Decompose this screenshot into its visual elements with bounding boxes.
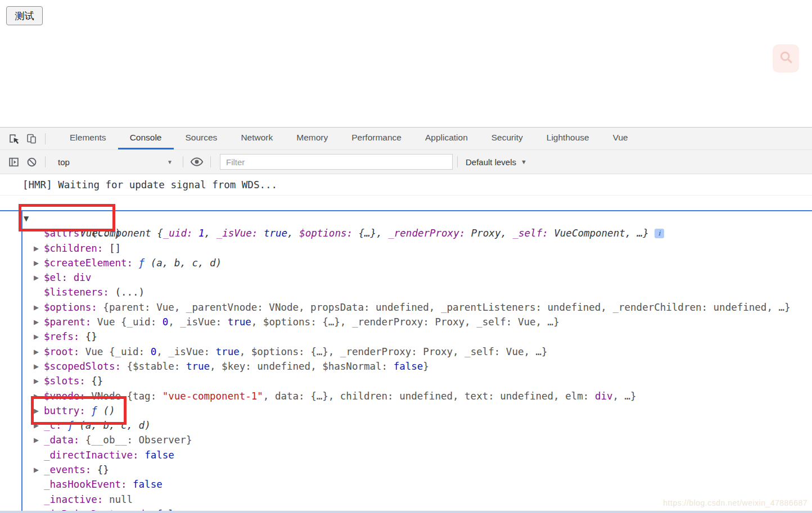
object-property-row[interactable]: ▶$options: {parent: Vue, _parentVnode: V… xyxy=(0,300,812,315)
property-segment: false xyxy=(394,361,423,372)
chevron-down-icon: ▼ xyxy=(167,159,173,165)
property-segment: $el: xyxy=(44,272,74,283)
expand-arrow-icon[interactable]: ▶ xyxy=(34,256,43,270)
property-segment: {} xyxy=(91,375,103,387)
tab-performance[interactable]: Performance xyxy=(340,128,413,149)
property-segment: (...) xyxy=(115,287,145,298)
bottom-strip xyxy=(0,511,812,513)
tab-sources[interactable]: Sources xyxy=(174,128,229,149)
property-segment: buttry: xyxy=(44,405,91,416)
context-selector[interactable]: top ▼ xyxy=(50,153,178,170)
object-property-row[interactable]: ▶$children: [] xyxy=(0,241,812,256)
property-segment: } xyxy=(423,361,429,372)
object-property-row[interactable]: ▶$el: div xyxy=(0,270,812,285)
expand-arrow-icon[interactable]: ▶ xyxy=(34,462,43,477)
expand-arrow-icon[interactable]: ▶ xyxy=(34,329,43,344)
console-sidebar-icon[interactable] xyxy=(4,154,22,170)
expand-arrow-icon[interactable]: ▼ xyxy=(24,211,33,226)
property-segment: null xyxy=(109,494,133,505)
property-segment: $options: xyxy=(44,302,103,313)
property-segment: $slots: xyxy=(44,375,91,387)
property-segment: VNode {tag: xyxy=(91,391,162,402)
property-segment: , _isVue: xyxy=(168,316,227,328)
object-property-row[interactable]: ▶_data: {__ob__: Observer} xyxy=(0,433,812,447)
expand-arrow-icon[interactable]: ▶ xyxy=(34,315,43,329)
expand-arrow-icon[interactable]: ▶ xyxy=(34,359,43,374)
property-segment: Vue {_uid: xyxy=(85,346,151,357)
property-segment: Vue {_uid: xyxy=(97,316,163,328)
search-icon xyxy=(778,49,795,68)
object-property-row: _directInactive: false xyxy=(0,448,812,462)
property-segment: {parent: Vue, _parentVnode: VNode, props… xyxy=(103,302,790,313)
expand-arrow-icon[interactable]: ▶ xyxy=(34,270,43,285)
devtools-panel: ElementsConsoleSourcesNetworkMemoryPerfo… xyxy=(0,127,812,513)
logged-object-block: ▼VueComponent {_uid: 1, _isVue: true, $o… xyxy=(0,210,812,513)
object-property-row[interactable]: ▶$createElement: ƒ (a, b, c, d) xyxy=(0,256,812,270)
object-property-row[interactable]: ▶$slots: {} xyxy=(0,374,812,388)
expand-arrow-icon[interactable]: ▶ xyxy=(34,344,43,359)
property-segment: {__ob__: Observer} xyxy=(85,434,192,446)
chevron-down-icon: ▼ xyxy=(521,158,527,165)
object-property-row[interactable]: ▶_c: ƒ (a, b, c, d) xyxy=(0,418,812,433)
object-property-tree: $attrs: (...)▶$children: []▶$createEleme… xyxy=(0,226,812,513)
tab-application[interactable]: Application xyxy=(413,128,480,149)
property-segment: , _isVue: xyxy=(156,346,215,357)
tab-vue[interactable]: Vue xyxy=(601,128,640,149)
property-segment: false xyxy=(133,479,163,490)
divider xyxy=(210,156,211,167)
property-segment: $root: xyxy=(44,346,85,357)
divider xyxy=(45,156,46,167)
live-expression-eye-icon[interactable] xyxy=(188,154,206,170)
expand-arrow-icon[interactable]: ▶ xyxy=(34,389,43,403)
property-segment: _c: xyxy=(44,420,67,431)
property-segment: , $key: undefined, $hasNormal: xyxy=(210,361,394,372)
object-property-row[interactable]: ▶$scopedSlots: {$stable: true, $key: und… xyxy=(0,359,812,374)
property-segment: {} xyxy=(85,331,97,342)
clear-console-icon[interactable] xyxy=(22,154,40,170)
divider xyxy=(45,133,46,144)
property-segment: () xyxy=(103,405,115,416)
object-property-row[interactable]: ▶$parent: Vue {_uid: 0, _isVue: true, $o… xyxy=(0,315,812,329)
tab-network[interactable]: Network xyxy=(229,128,285,149)
test-button[interactable]: 测试 xyxy=(6,6,43,25)
divider xyxy=(457,156,458,167)
property-segment: $children: xyxy=(44,243,109,254)
divider xyxy=(183,156,183,167)
property-segment: _data: xyxy=(44,434,85,446)
expand-arrow-icon[interactable]: ▶ xyxy=(34,374,43,388)
object-property-row[interactable]: ▶$root: Vue {_uid: 0, _isVue: true, $opt… xyxy=(0,344,812,359)
property-segment: 0 xyxy=(151,346,157,357)
tab-memory[interactable]: Memory xyxy=(285,128,340,149)
property-segment: , data: {…}, children: undefined, text: … xyxy=(263,391,595,402)
inspect-element-icon[interactable] xyxy=(4,131,22,147)
object-property-row[interactable]: ▶$refs: {} xyxy=(0,329,812,344)
object-property-row[interactable]: ▶buttry: ƒ () xyxy=(0,403,812,418)
expand-arrow-icon[interactable]: ▶ xyxy=(34,433,43,447)
property-segment: true xyxy=(186,361,210,372)
devtools-tabbar: ElementsConsoleSourcesNetworkMemoryPerfo… xyxy=(0,128,812,150)
filter-input[interactable] xyxy=(220,154,453,170)
object-property-row: _hasHookEvent: false xyxy=(0,477,812,492)
tab-security[interactable]: Security xyxy=(480,128,535,149)
object-property-row[interactable]: ▶$vnode: VNode {tag: "vue-component-1", … xyxy=(0,389,812,403)
expand-arrow-icon[interactable]: ▶ xyxy=(34,403,43,418)
tab-console[interactable]: Console xyxy=(118,128,174,149)
tab-elements[interactable]: Elements xyxy=(58,128,118,149)
property-segment: {$stable: xyxy=(127,361,186,372)
property-segment: $refs: xyxy=(44,331,85,342)
property-segment: $createElement: xyxy=(44,257,139,269)
console-output: [HMR] Waiting for update signal from WDS… xyxy=(0,174,812,513)
property-segment: , …} xyxy=(612,391,636,402)
tab-lighthouse[interactable]: Lighthouse xyxy=(535,128,601,149)
object-property-row[interactable]: ▶_events: {} xyxy=(0,462,812,477)
expand-arrow-icon[interactable]: ▶ xyxy=(34,241,43,256)
device-toolbar-icon[interactable] xyxy=(22,131,40,147)
log-levels-dropdown[interactable]: Default levels ▼ xyxy=(466,157,527,167)
property-segment: div xyxy=(595,391,613,402)
search-button[interactable] xyxy=(773,44,799,72)
expand-arrow-icon[interactable]: ▶ xyxy=(34,300,43,315)
logged-object-preview[interactable]: ▼VueComponent {_uid: 1, _isVue: true, $o… xyxy=(0,211,812,226)
property-segment: , $options: {…}, _renderProxy: Proxy, _s… xyxy=(240,346,548,357)
expand-arrow-icon[interactable]: ▶ xyxy=(34,418,43,433)
property-segment: [] xyxy=(109,243,121,254)
